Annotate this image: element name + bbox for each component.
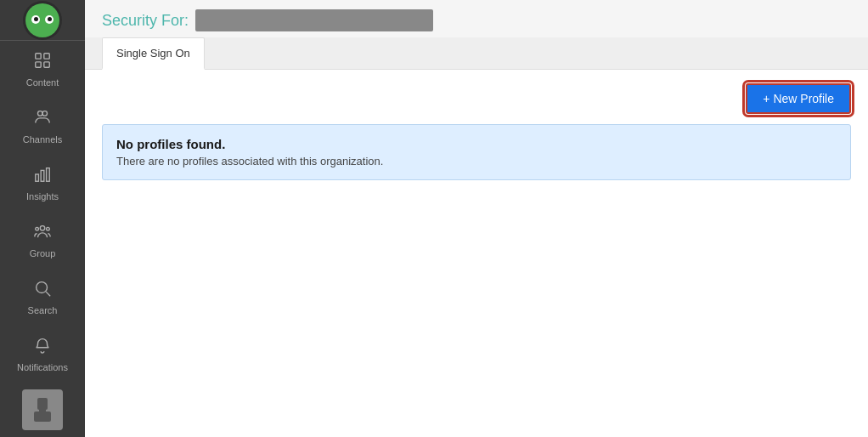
logo-circle [23,1,62,40]
svg-point-9 [40,226,45,231]
sidebar-item-content-label: Content [26,77,59,88]
no-profiles-title: No profiles found. [116,137,837,151]
sidebar-bottom [0,383,85,437]
notifications-icon [33,336,52,359]
svg-line-13 [46,292,50,296]
main-content: Security For: Single Sign On + New Profi… [85,0,868,437]
content-area: + New Profile No profiles found. There a… [85,70,868,437]
sidebar-avatar[interactable] [22,389,63,430]
sidebar: Content Channels Insights Group Search [0,0,85,437]
svg-point-12 [37,282,48,293]
sidebar-item-channels[interactable]: Channels [0,98,85,155]
svg-rect-16 [39,408,46,411]
svg-rect-15 [34,411,51,422]
sidebar-item-search[interactable]: Search [0,269,85,326]
svg-point-4 [38,111,43,116]
sidebar-item-notifications-label: Notifications [17,362,68,372]
sidebar-item-content[interactable]: Content [0,41,85,98]
tab-sso[interactable]: Single Sign On [102,37,205,70]
group-icon [33,222,52,245]
svg-rect-7 [41,170,44,181]
new-profile-button[interactable]: + New Profile [746,83,851,114]
toolbar-row: + New Profile [102,83,851,114]
sidebar-nav: Content Channels Insights Group Search [0,41,85,383]
sidebar-item-insights-label: Insights [26,191,59,201]
org-name-bar [195,9,433,31]
svg-rect-2 [36,62,41,67]
no-profiles-info-box: No profiles found. There are no profiles… [102,124,851,180]
svg-rect-0 [36,54,41,59]
logo-eyes [31,15,54,24]
content-icon [33,51,52,74]
logo-eye-left [31,15,40,24]
svg-rect-6 [36,174,39,181]
sidebar-item-group[interactable]: Group [0,212,85,269]
sidebar-item-insights[interactable]: Insights [0,155,85,212]
svg-point-10 [36,227,39,230]
sidebar-logo [0,0,85,41]
channels-icon [33,108,52,131]
tabs-bar: Single Sign On [85,37,868,70]
sidebar-item-channels-label: Channels [23,134,62,145]
logo-face [25,3,59,37]
insights-icon [33,165,52,188]
svg-rect-1 [44,54,49,59]
svg-point-11 [47,227,50,230]
svg-rect-3 [44,62,49,67]
no-profiles-subtitle: There are no profiles associated with th… [116,155,837,167]
sidebar-item-group-label: Group [30,248,56,258]
page-header: Security For: [85,0,868,34]
logo-pupil-right [48,17,52,21]
logo-eye-right [45,15,54,24]
logo-pupil-left [34,17,38,21]
svg-point-5 [42,111,48,116]
svg-rect-14 [37,398,48,410]
sidebar-item-search-label: Search [28,305,58,315]
search-icon [33,279,52,302]
security-label: Security For: [102,12,189,30]
sidebar-item-notifications[interactable]: Notifications [0,326,85,383]
svg-rect-8 [47,168,50,182]
